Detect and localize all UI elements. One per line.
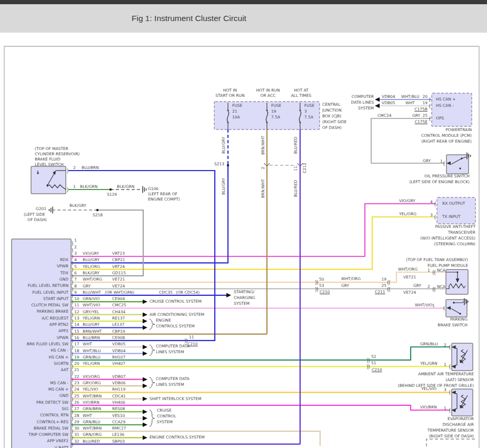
ipc-pin-23-wire-color: GRY/ORG <box>83 381 101 385</box>
pin-bracket: ) <box>67 187 68 193</box>
ipc-pin-31-name: APP VREF2 <box>47 439 68 443</box>
figure-header: Fig 1: Instrument Cluster Circuit <box>0 4 487 33</box>
ipc-pin-25-wire-color: WHT/BRN <box>83 394 102 399</box>
ipc-pin-28-wire-color: WHT <box>83 414 92 418</box>
label-cmc24: CMC24 <box>377 114 392 118</box>
pin-bracket: ( <box>443 161 445 166</box>
ipc-pin-bracket: ) <box>72 273 73 278</box>
label-c210: C210 <box>187 342 198 346</box>
figure-title: Fig 1: Instrument Cluster Circuit <box>132 14 246 23</box>
ipc-pin-bracket: ) <box>72 441 73 447</box>
label-system: SYSTEM <box>234 302 250 306</box>
ipc-pin-bracket: ) <box>72 299 73 305</box>
label-brake-switch: BRAKE SWITCH <box>438 323 468 327</box>
label-blu/brn: BLU/BRN <box>82 166 99 170</box>
label-controls-system: CONTROLS SYSTEM <box>156 324 195 328</box>
ipc-pin-number-4: 4 <box>74 258 77 262</box>
ipc-pin-number-31: 31 <box>74 433 79 437</box>
pin-bracket: ) <box>67 168 68 174</box>
label-engine-compt: ENGINE COMPT) <box>148 197 180 202</box>
ipc-pin-number-23: 23 <box>74 381 79 385</box>
label-gry: GRY <box>412 114 420 118</box>
ipc-pin-15-circuit: CBP19 <box>112 330 125 334</box>
label-of-dash: OF DASH) <box>27 218 47 222</box>
ipc-pin-9-circuit: CDC35 <box>159 291 173 295</box>
pin-bracket: )) <box>315 280 318 285</box>
label-start-or-run: START OR RUN <box>215 94 244 98</box>
ipc-pin-bracket: ) <box>72 351 73 356</box>
label-cruise-control-system: CRUISE CONTROL SYSTEM <box>150 300 202 304</box>
ipc-pin-22-wire-color: VIO/ORG <box>83 375 100 379</box>
label-7-5a: 7.5A <box>271 115 280 120</box>
ipc-pin-number-1: 1 <box>74 238 77 243</box>
ipc-pin-number-22: 22 <box>74 375 79 379</box>
ipc-pin-18-name: HS CAN + <box>49 355 68 360</box>
ipc-pin-29-wire-color: GRN/BLU <box>83 420 101 424</box>
ipc-pin-number-19: 19 <box>74 355 79 360</box>
label-vio/gry: VIO/GRY <box>399 199 415 203</box>
label-blu/red: BLU/RED <box>293 180 298 197</box>
label-1: 1 <box>432 304 435 308</box>
label-evaporator: EVAPORATOR <box>448 417 474 421</box>
label-right-side: (RIGHT SIDE <box>322 120 346 124</box>
label-wht/org: WHT/ORG <box>341 277 361 281</box>
label-3: 3 <box>444 388 446 392</box>
ipc-pin-number-14: 14 <box>74 323 79 327</box>
label-19: 19 <box>381 277 386 282</box>
pin-bracket: ( <box>429 116 431 122</box>
ipc-pin-30-wire-color: WHT/BRN <box>83 426 102 431</box>
ipc-pin-bracket: ) <box>72 305 73 311</box>
label-powertrain: POWERTRAIN <box>445 128 472 132</box>
label-tx-input: TX INPUT <box>442 215 461 219</box>
pin-bracket: )) <box>366 364 370 370</box>
label-25: 25 <box>422 114 428 118</box>
ipc-pin-bracket: ) <box>72 422 73 427</box>
label-left-side-of-engine-block: (LEFT SIDE OF ENGINE BLOCK) <box>409 180 470 184</box>
label-25: 25 <box>381 284 386 288</box>
label-engine-controls-system: ENGINE CONTROLS SYSTEM <box>150 435 205 440</box>
ipc-pin-4-wire-color: BLU/GRY <box>83 258 100 262</box>
label-fuel-pump-module: FUEL PUMP MODULE <box>428 264 468 268</box>
label-19: 19 <box>422 101 428 105</box>
ipc-pin-13-circuit: RE137 <box>112 316 125 321</box>
ipc-pin-bracket: ) <box>72 364 73 370</box>
label-gry: GRY <box>413 284 421 288</box>
label-21: 21 <box>232 109 237 114</box>
ipc-pin-23-circuit: VDB06 <box>112 381 126 385</box>
ipc-pin-14-circuit: LE137 <box>112 323 124 327</box>
label-c212: C212 <box>302 163 307 173</box>
ipc-pin-number-30: 30 <box>74 426 79 431</box>
label-lines-system: LINES SYSTEM <box>156 350 184 354</box>
window-top-bar <box>0 0 487 4</box>
ipc-pin-8-wire-color: GRY <box>83 284 91 288</box>
ipc-pin-bracket: ) <box>72 357 73 363</box>
label-lines-system: LINES SYSTEM <box>156 383 184 387</box>
pin-bracket: ( <box>434 201 436 207</box>
ipc-pin-6-circuit: GD115 <box>112 271 126 275</box>
ipc-pin-27-wire-color: GRN/BRN <box>83 407 101 411</box>
label-2: 2 <box>73 166 76 170</box>
label-computer: COMPUTER <box>352 95 374 99</box>
label-right-rear-of-engine: (RIGHT REAR OF ENGINE) <box>421 140 472 144</box>
ipc-pin-number-9: 9 <box>74 291 77 295</box>
label-wht/blu: WHT/BLU <box>401 95 420 99</box>
ipc-pin-12-circuit: CH434 <box>112 310 125 314</box>
label-cruise: CRUISE <box>157 409 172 413</box>
pin-bracket: ( <box>443 305 445 311</box>
ipc-pin-5-name: TDX <box>61 271 69 275</box>
label-box-cjb: BOX (CJB) <box>322 114 341 118</box>
wiring-diagram: HOT INSTART OR RUNHOT IN RUNOR ACCHOT AT… <box>0 33 487 448</box>
ipc-pin-number-5: 5 <box>74 265 77 269</box>
ipc-pin-22-name: MS CAN - <box>50 381 68 385</box>
label-s129: S129 <box>107 193 117 197</box>
label-control-module-pcm: CONTROL MODULE (PCM) <box>421 134 472 138</box>
label-computer-data: COMPUTER DATA <box>156 377 190 381</box>
ipc-pin-19-circuit: RH107 <box>112 355 125 360</box>
ipc-pin-number-18: 18 <box>74 349 79 353</box>
ipc-pin-22-circuit: VDB07 <box>112 375 126 379</box>
label-53: 53 <box>319 284 324 288</box>
label-c210: C210 <box>372 368 382 372</box>
label-wht: WHT <box>405 101 415 105</box>
ipc-pin-bracket: ) <box>72 376 73 382</box>
label-steering-column: (STEERING COLUMN) <box>434 242 475 246</box>
